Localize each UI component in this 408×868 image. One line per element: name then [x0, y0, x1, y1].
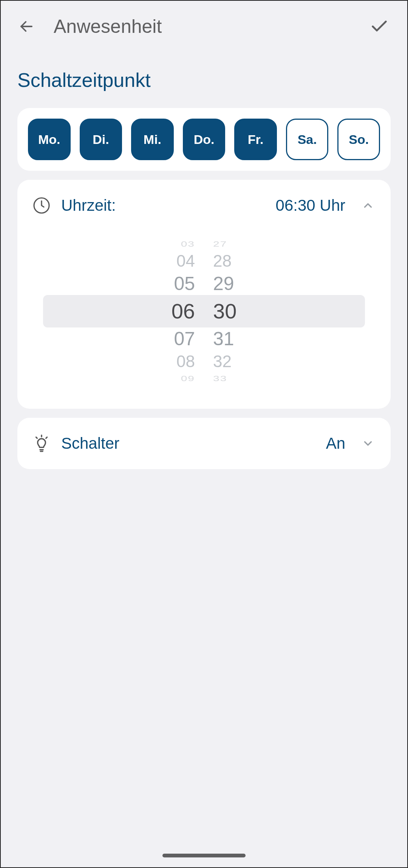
back-button[interactable]	[17, 17, 36, 36]
picker-item: 03	[151, 240, 196, 248]
day-pill-6[interactable]: So.	[337, 119, 380, 160]
check-icon	[369, 17, 389, 36]
picker-item: 06	[151, 295, 196, 327]
minute-wheel[interactable]: 27282930313233	[212, 232, 257, 391]
time-picker[interactable]: 03040506070809 27282930313233	[43, 232, 365, 391]
picker-item: 30	[212, 295, 257, 327]
svg-line-3	[36, 437, 37, 438]
picker-item: 07	[151, 327, 196, 350]
switch-chevron-down-icon	[359, 434, 377, 453]
picker-item: 28	[212, 250, 257, 272]
day-pill-0[interactable]: Mo.	[28, 119, 71, 160]
time-row-header[interactable]: Uhrzeit: 06:30 Uhr	[28, 190, 380, 221]
days-card: Mo.Di.Mi.Do.Fr.Sa.So.	[17, 108, 391, 171]
hour-wheel[interactable]: 03040506070809	[151, 232, 196, 391]
picker-item: 04	[151, 250, 196, 272]
arrow-left-icon	[19, 19, 34, 34]
picker-item: 09	[151, 375, 196, 383]
bulb-icon	[31, 433, 52, 454]
day-pill-3[interactable]: Do.	[183, 119, 226, 160]
switch-card: Schalter An	[17, 418, 391, 469]
picker-item: 32	[212, 350, 257, 373]
day-pill-5[interactable]: Sa.	[286, 119, 329, 160]
clock-icon	[31, 195, 52, 216]
picker-item: 27	[212, 240, 257, 248]
picker-item: 29	[212, 272, 257, 295]
header: Anwesenheit	[1, 1, 407, 52]
time-chevron-up-icon	[359, 196, 377, 215]
page-title: Anwesenheit	[54, 15, 162, 37]
confirm-button[interactable]	[368, 15, 391, 38]
time-label: Uhrzeit:	[61, 196, 116, 215]
svg-line-4	[46, 437, 47, 438]
time-card: Uhrzeit: 06:30 Uhr 03040506070809 272829…	[17, 180, 391, 409]
home-indicator[interactable]	[162, 854, 246, 857]
switch-value: An	[326, 434, 345, 453]
day-pill-2[interactable]: Mi.	[131, 119, 174, 160]
switch-row-header[interactable]: Schalter An	[28, 428, 380, 459]
picker-item: 08	[151, 350, 196, 373]
day-pill-4[interactable]: Fr.	[234, 119, 277, 160]
section-title: Schaltzeitpunkt	[1, 52, 407, 108]
time-value: 06:30 Uhr	[276, 196, 345, 215]
picker-item: 31	[212, 327, 257, 350]
days-row: Mo.Di.Mi.Do.Fr.Sa.So.	[28, 119, 380, 160]
switch-label: Schalter	[61, 434, 119, 453]
day-pill-1[interactable]: Di.	[80, 119, 122, 160]
picker-item: 05	[151, 272, 196, 295]
picker-item: 33	[212, 375, 257, 383]
